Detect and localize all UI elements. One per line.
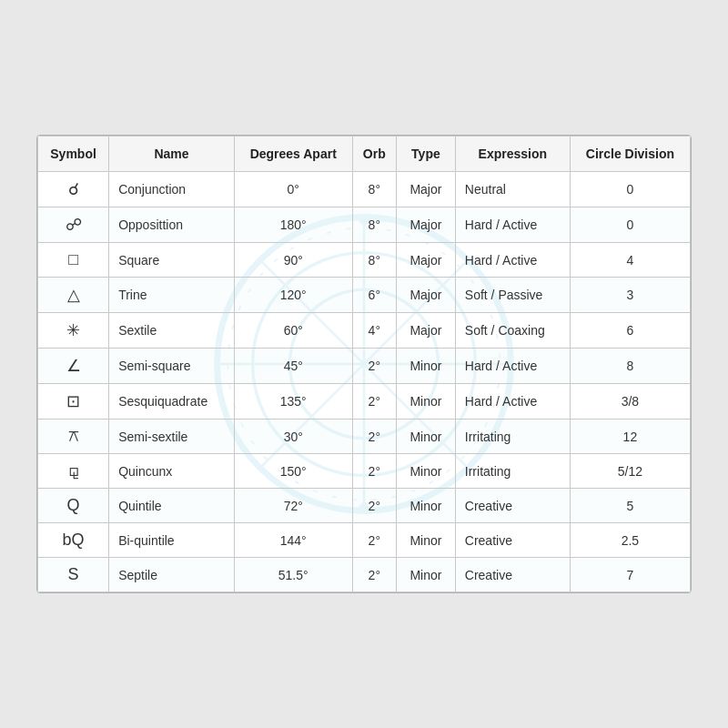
- table-row: QQuintile72°2°MinorCreative5: [38, 489, 691, 523]
- cell-orb: 4°: [352, 313, 396, 349]
- cell-degrees: 45°: [234, 349, 352, 384]
- cell-division: 5: [570, 489, 690, 523]
- table-row: ☍Opposittion180°8°MajorHard / Active0: [38, 207, 691, 243]
- cell-symbol: ⊡: [38, 384, 109, 420]
- table-row: □Square90°8°MajorHard / Active4: [38, 243, 691, 278]
- header-symbol: Symbol: [38, 136, 109, 171]
- cell-expression: Creative: [455, 489, 570, 523]
- cell-orb: 2°: [352, 420, 396, 454]
- cell-degrees: 90°: [234, 243, 352, 278]
- table-row: ⚼Quincunx150°2°MinorIrritating5/12: [38, 454, 691, 489]
- cell-type: Major: [397, 313, 456, 349]
- cell-symbol: ☍: [38, 207, 109, 243]
- cell-symbol: △: [38, 278, 109, 313]
- cell-symbol: ∠: [38, 349, 109, 384]
- cell-name: Semi-square: [109, 349, 235, 384]
- cell-symbol: □: [38, 243, 109, 278]
- cell-orb: 8°: [352, 207, 396, 243]
- cell-expression: Soft / Coaxing: [455, 313, 570, 349]
- cell-degrees: 72°: [234, 489, 352, 523]
- cell-orb: 8°: [352, 172, 396, 207]
- cell-name: Square: [109, 243, 235, 278]
- cell-name: Opposittion: [109, 207, 235, 243]
- cell-division: 7: [570, 558, 690, 592]
- header-type: Type: [397, 136, 456, 171]
- cell-type: Major: [397, 172, 456, 207]
- cell-degrees: 0°: [234, 172, 352, 207]
- cell-name: Sesquiquadrate: [109, 384, 235, 420]
- cell-expression: Creative: [455, 523, 570, 558]
- cell-symbol: bQ: [38, 523, 109, 558]
- table-row: bQBi-quintile144°2°MinorCreative2.5: [38, 523, 691, 558]
- cell-type: Major: [397, 207, 456, 243]
- cell-expression: Neutral: [455, 172, 570, 207]
- cell-orb: 6°: [352, 278, 396, 313]
- cell-type: Minor: [397, 384, 456, 420]
- cell-orb: 2°: [352, 349, 396, 384]
- cell-type: Minor: [397, 349, 456, 384]
- table-row: ⚻Semi-sextile30°2°MinorIrritating12: [38, 420, 691, 454]
- cell-division: 8: [570, 349, 690, 384]
- cell-name: Quincunx: [109, 454, 235, 489]
- cell-type: Minor: [397, 523, 456, 558]
- cell-name: Bi-quintile: [109, 523, 235, 558]
- table-header-row: Symbol Name Degrees Apart Orb Type Expre…: [38, 136, 691, 171]
- cell-division: 3/8: [570, 384, 690, 420]
- cell-degrees: 30°: [234, 420, 352, 454]
- cell-orb: 2°: [352, 489, 396, 523]
- cell-name: Quintile: [109, 489, 235, 523]
- cell-orb: 8°: [352, 243, 396, 278]
- cell-expression: Irritating: [455, 420, 570, 454]
- cell-orb: 2°: [352, 558, 396, 592]
- cell-division: 4: [570, 243, 690, 278]
- table-row: ☌Conjunction0°8°MajorNeutral0: [38, 172, 691, 207]
- aspect-table-container: Symbol Name Degrees Apart Orb Type Expre…: [36, 135, 692, 593]
- cell-degrees: 144°: [234, 523, 352, 558]
- cell-division: 2.5: [570, 523, 690, 558]
- cell-expression: Creative: [455, 558, 570, 592]
- cell-degrees: 51.5°: [234, 558, 352, 592]
- cell-type: Major: [397, 243, 456, 278]
- cell-orb: 2°: [352, 454, 396, 489]
- table-row: ✳Sextile60°4°MajorSoft / Coaxing6: [38, 313, 691, 349]
- cell-type: Minor: [397, 489, 456, 523]
- cell-expression: Hard / Active: [455, 349, 570, 384]
- cell-type: Minor: [397, 454, 456, 489]
- cell-symbol: ⚼: [38, 454, 109, 489]
- cell-degrees: 135°: [234, 384, 352, 420]
- cell-degrees: 60°: [234, 313, 352, 349]
- aspects-table: Symbol Name Degrees Apart Orb Type Expre…: [37, 136, 691, 592]
- cell-division: 12: [570, 420, 690, 454]
- cell-expression: Hard / Active: [455, 384, 570, 420]
- cell-name: Septile: [109, 558, 235, 592]
- cell-degrees: 120°: [234, 278, 352, 313]
- cell-division: 3: [570, 278, 690, 313]
- header-name: Name: [109, 136, 235, 171]
- cell-degrees: 180°: [234, 207, 352, 243]
- cell-symbol: S: [38, 558, 109, 592]
- cell-symbol: ✳: [38, 313, 109, 349]
- cell-symbol: Q: [38, 489, 109, 523]
- table-row: SSeptile51.5°2°MinorCreative7: [38, 558, 691, 592]
- cell-type: Minor: [397, 558, 456, 592]
- cell-name: Trine: [109, 278, 235, 313]
- cell-division: 0: [570, 172, 690, 207]
- header-orb: Orb: [352, 136, 396, 171]
- cell-expression: Irritating: [455, 454, 570, 489]
- cell-symbol: ⚻: [38, 420, 109, 454]
- table-row: ⊡Sesquiquadrate135°2°MinorHard / Active3…: [38, 384, 691, 420]
- cell-expression: Soft / Passive: [455, 278, 570, 313]
- cell-division: 6: [570, 313, 690, 349]
- table-row: △Trine120°6°MajorSoft / Passive3: [38, 278, 691, 313]
- cell-name: Conjunction: [109, 172, 235, 207]
- cell-division: 5/12: [570, 454, 690, 489]
- header-circle-division: Circle Division: [570, 136, 690, 171]
- header-expression: Expression: [455, 136, 570, 171]
- cell-division: 0: [570, 207, 690, 243]
- cell-orb: 2°: [352, 523, 396, 558]
- cell-orb: 2°: [352, 384, 396, 420]
- cell-name: Sextile: [109, 313, 235, 349]
- cell-name: Semi-sextile: [109, 420, 235, 454]
- table-row: ∠Semi-square45°2°MinorHard / Active8: [38, 349, 691, 384]
- cell-type: Minor: [397, 420, 456, 454]
